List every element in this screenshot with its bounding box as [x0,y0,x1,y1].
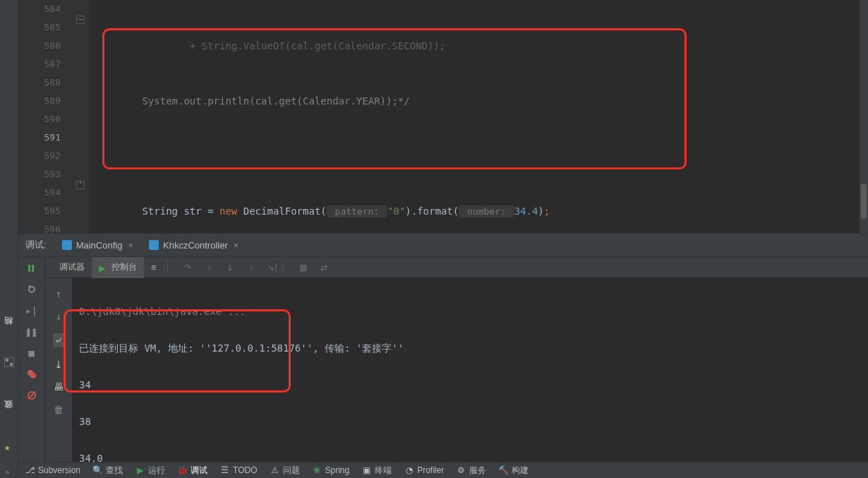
more-icon[interactable]: » [5,467,10,477]
breakpoint-icon[interactable] [26,369,37,380]
spring-button[interactable]: ❀Spring [313,465,350,475]
label: 查找 [106,465,123,477]
config-icon [62,240,72,250]
print-icon[interactable]: 🖶 [54,381,64,393]
semicolon: ; [544,205,550,217]
tab-label: 控制台 [111,261,137,273]
stop-icon[interactable]: ■ [26,347,37,359]
left-tool-strip: 结构 收藏 ★ » [0,0,18,478]
force-step-into-icon[interactable]: ⤓ [224,262,236,273]
line-number: 590 [18,110,61,129]
fold-column: − ˄ [75,0,89,233]
close-icon[interactable]: × [234,240,239,251]
label: Subversion [38,465,80,475]
line-number: 588 [18,73,61,92]
code-text: ).format( [405,205,459,217]
console-line: 已连接到目标 VM, 地址: ''127.0.0.1:58176'', 传输: … [79,339,861,357]
fold-icon[interactable]: − [76,16,85,24]
step-out-icon[interactable]: ↑ [246,262,257,273]
param-hint: pattern: [327,205,387,217]
debug-subtabs: 调试器 ▶ 控制台 ≡ ↷ ↓ ⤓ ↑ ↘| ▦ ⇄ [45,257,868,278]
line-number: 586 [18,37,61,55]
scroll-end-icon[interactable]: ⤓ [54,359,63,370]
tab-label: 调试器 [59,261,85,273]
line-number: 595 [18,202,61,220]
clear-icon[interactable]: 🗑 [54,404,64,415]
run-button[interactable]: ▶运行 [135,465,165,477]
tab-label: KhkczController [163,240,228,251]
step-into-icon[interactable]: ↓ [203,262,215,273]
spring-icon: ❀ [313,466,322,475]
bottom-toolbar: ⎇Subversion 🔍查找 ▶运行 🐞调试 ☰TODO ⚠问题 ❀Sprin… [18,462,868,478]
debug-button[interactable]: 🐞调试 [178,465,207,477]
code-text: + String.ValueOf(cal.get(Calendar.SECOND… [95,40,445,52]
services-button[interactable]: ⚙服务 [457,465,486,477]
settings-icon[interactable] [26,284,37,295]
code-text [89,147,868,165]
label: 问题 [283,465,300,477]
keyword: new [219,205,237,217]
debug-label: 调试: [25,239,47,251]
rerun-icon[interactable] [26,263,37,274]
code-text: ) [538,205,543,217]
evaluate-icon[interactable]: ▦ [297,262,308,273]
debug-tool-column: ▸| ❚❚ ■ [18,257,45,462]
line-number: 584 [18,0,61,18]
svg-rect-2 [10,363,13,366]
string-literal: "0" [387,205,405,217]
console-line: 34 [79,376,861,394]
param-hint: number: [459,205,514,217]
console-output[interactable]: D:\jdk8\jdk\bin\java.exe ... 已连接到目标 VM, … [72,278,868,462]
editor-scrollbar[interactable] [860,0,868,233]
debug-tab-controller[interactable]: KhkczController × [143,236,244,254]
run-to-cursor-icon[interactable]: ↘| [267,262,278,273]
search-icon: 🔍 [93,466,102,475]
close-icon[interactable]: × [128,240,133,251]
pause-icon[interactable]: ❚❚ [26,326,37,337]
console-tab[interactable]: ▶ 控制台 [92,257,144,278]
terminal-button[interactable]: ▣终端 [362,465,392,477]
down-icon[interactable]: ↓ [56,311,61,322]
line-gutter: 584 585 586 587 588 589 590 591 592 593 … [18,0,75,233]
mute-breakpoints-icon[interactable] [26,390,37,401]
play-icon: ▶ [135,466,145,475]
line-number-current: 591 [18,129,61,147]
label: 服务 [469,465,486,477]
vcs-icon: ⎇ [25,466,35,475]
wrap-icon[interactable]: ⤶ [53,333,64,347]
find-button[interactable]: 🔍查找 [93,465,123,477]
build-button[interactable]: 🔨构建 [499,465,529,477]
fold-end-icon[interactable]: ˄ [76,181,85,189]
code-area[interactable]: + String.ValueOf(cal.get(Calendar.SECOND… [89,0,868,233]
label: 构建 [512,465,529,477]
resume-icon[interactable]: ▸| [26,305,37,316]
threads-icon[interactable]: ≡ [144,257,163,278]
svg-point-4 [30,373,36,378]
profiler-icon: ◔ [404,466,414,475]
debug-tab-mainconfig[interactable]: MainConfig × [56,236,139,254]
hammer-icon: 🔨 [499,466,508,475]
trace-icon[interactable]: ⇄ [318,262,330,273]
todo-button[interactable]: ☰TODO [220,465,257,475]
step-over-icon[interactable]: ↷ [182,262,193,273]
label: TODO [233,465,257,475]
bug-icon: 🐞 [178,466,187,475]
label: 调试 [191,465,207,477]
line-number: 592 [18,147,61,165]
line-number: 585 [18,18,61,37]
config-icon [149,240,159,250]
favorites-icon[interactable]: ★ [4,441,14,451]
label: 终端 [375,465,392,477]
subversion-button[interactable]: ⎇Subversion [25,465,80,475]
code-text: DecimalFormat( [237,205,326,217]
profiler-button[interactable]: ◔Profiler [404,465,444,475]
debugger-tab[interactable]: 调试器 [52,257,92,278]
problems-button[interactable]: ⚠问题 [270,465,300,477]
label: Spring [325,465,350,475]
structure-icon[interactable] [4,357,14,367]
code-text: String str = [95,205,219,217]
up-icon[interactable]: ↑ [56,288,61,299]
scrollbar-thumb[interactable] [861,184,867,219]
line-number: 587 [18,55,61,73]
warning-icon: ⚠ [270,466,279,475]
